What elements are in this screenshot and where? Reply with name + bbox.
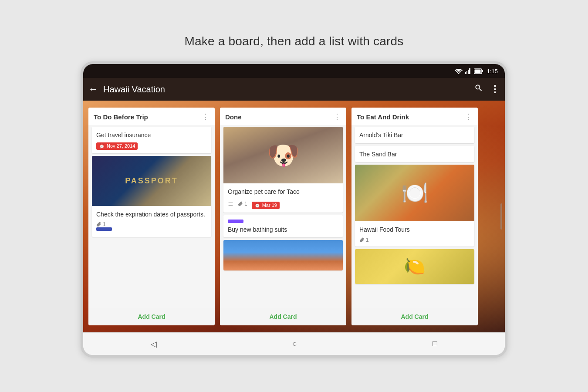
list-header-eat: To Eat And Drink ⋮ [351, 108, 478, 125]
overflow-menu-icon[interactable]: ⋮ [490, 84, 500, 95]
list-icon [228, 201, 233, 207]
list-title-todo: To Do Before Trip [94, 113, 202, 121]
color-block-purple [228, 220, 243, 223]
card-meta: 1 [96, 221, 207, 227]
home-nav-button[interactable]: ○ [282, 336, 308, 352]
nav-bar: ◁ ○ □ [83, 332, 505, 355]
attachment-count: 1 [359, 237, 369, 243]
clock-icon: ⏰ [99, 143, 105, 149]
list-header-todo: To Do Before Trip ⋮ [88, 108, 215, 125]
list-eat-drink: To Eat And Drink ⋮ Arnold's Tiki Bar [351, 108, 478, 325]
clock-icon: ⏰ [254, 203, 260, 208]
list-title-eat: To Eat And Drink [357, 113, 465, 121]
card-pet-care[interactable]: Organize pet care for Taco 1 [223, 127, 343, 213]
color-block-blue [96, 227, 112, 231]
attachment-number: 1 [244, 201, 247, 207]
food-image [355, 165, 474, 221]
list-menu-done[interactable]: ⋮ [333, 112, 341, 122]
list-menu-todo[interactable]: ⋮ [202, 112, 210, 122]
time-display: 1:15 [487, 68, 498, 74]
card-beach[interactable] [223, 240, 343, 270]
card-lemon[interactable] [355, 249, 474, 284]
card-content: Hawaii Food Tours 1 [355, 221, 474, 247]
board-area: To Do Before Trip ⋮ Get travel insurance… [83, 101, 505, 332]
list-header-done: Done ⋮ [220, 108, 346, 125]
list-footer-done: Add Card [220, 308, 346, 325]
card-meta: 1 [359, 237, 470, 243]
list-cards-done: Organize pet care for Taco 1 [220, 125, 346, 308]
card-sand-bar[interactable]: The Sand Bar [355, 146, 474, 162]
signal-icon [465, 68, 471, 74]
card-title: Buy new bathing suits [228, 226, 338, 234]
attachment-number: 1 [103, 221, 106, 227]
list-done: Done ⋮ Organize pet care for Taco [220, 108, 346, 325]
list-title-done: Done [225, 113, 333, 121]
due-date-badge: ⏰ Nov 27, 2014 [96, 142, 138, 150]
card-travel-insurance[interactable]: Get travel insurance ⏰ Nov 27, 2014 [92, 127, 211, 153]
add-card-button-todo[interactable]: Add Card [92, 311, 211, 322]
search-icon[interactable] [474, 84, 483, 95]
card-title: Arnold's Tiki Bar [359, 131, 470, 140]
due-date-badge: ⏰ Mar 19 [252, 202, 280, 209]
color-strip [96, 227, 207, 231]
add-card-button-done[interactable]: Add Card [223, 311, 343, 322]
battery-icon [474, 68, 483, 74]
attachment-count: 1 [96, 221, 106, 227]
card-passport[interactable]: Check the expiration dates of passports.… [92, 156, 211, 237]
add-card-button-eat[interactable]: Add Card [355, 311, 474, 322]
due-date-text: Mar 19 [262, 203, 277, 208]
card-title: Hawaii Food Tours [359, 226, 470, 234]
lemon-image [355, 249, 474, 284]
color-strip [228, 220, 338, 223]
card-content: Arnold's Tiki Bar [355, 127, 474, 143]
wifi-icon [455, 68, 463, 74]
svg-rect-2 [468, 70, 469, 74]
list-cards-eat: Arnold's Tiki Bar The Sand Bar [351, 125, 478, 308]
back-nav-button[interactable]: ◁ [140, 336, 167, 352]
card-meta: 1 ⏰ Mar 19 [228, 199, 338, 209]
beach-image [223, 240, 343, 270]
recent-nav-button[interactable]: □ [422, 336, 448, 352]
app-toolbar: ← Hawaii Vacation ⋮ [83, 78, 505, 101]
dog-image [223, 127, 343, 183]
attachment-number: 1 [366, 237, 369, 243]
list-menu-eat[interactable]: ⋮ [465, 112, 473, 122]
back-button[interactable]: ← [88, 84, 98, 95]
svg-rect-0 [465, 72, 466, 74]
svg-rect-6 [482, 70, 483, 72]
card-title: The Sand Bar [359, 150, 470, 159]
page-wrapper: Make a board, then add a list with cards [0, 34, 588, 358]
card-title: Check the expiration dates of passports. [96, 210, 207, 219]
card-title: Get travel insurance [96, 131, 207, 140]
page-title: Make a board, then add a list with cards [185, 34, 404, 48]
card-food-tours[interactable]: Hawaii Food Tours 1 [355, 165, 474, 247]
list-footer-eat: Add Card [351, 308, 478, 325]
card-content: Check the expiration dates of passports.… [92, 206, 211, 237]
card-content: The Sand Bar [355, 146, 474, 162]
card-content: Get travel insurance ⏰ Nov 27, 2014 [92, 127, 211, 153]
board-title: Hawaii Vacation [103, 84, 474, 95]
list-footer-todo: Add Card [88, 308, 215, 325]
status-bar-icons: 1:15 [455, 68, 498, 74]
attachment-count: 1 [238, 201, 247, 207]
card-content: Buy new bathing suits [223, 215, 343, 238]
status-bar: 1:15 [83, 64, 505, 78]
svg-rect-7 [474, 69, 480, 73]
due-date-text: Nov 27, 2014 [107, 143, 135, 149]
card-title: Organize pet care for Taco [228, 188, 338, 196]
list-cards-todo: Get travel insurance ⏰ Nov 27, 2014 [88, 125, 215, 308]
card-arnolds-tiki[interactable]: Arnold's Tiki Bar [355, 127, 474, 143]
tablet-frame: 1:15 ← Hawaii Vacation ⋮ [81, 61, 507, 358]
svg-rect-4 [470, 68, 471, 74]
svg-rect-3 [469, 68, 470, 74]
card-bathing-suits[interactable]: Buy new bathing suits [223, 215, 343, 238]
card-content: Organize pet care for Taco 1 [223, 183, 343, 213]
svg-rect-1 [466, 71, 467, 74]
passport-image [92, 156, 211, 206]
list-todo: To Do Before Trip ⋮ Get travel insurance… [88, 108, 215, 325]
toolbar-icons: ⋮ [474, 84, 500, 95]
lists-container: To Do Before Trip ⋮ Get travel insurance… [83, 101, 505, 332]
